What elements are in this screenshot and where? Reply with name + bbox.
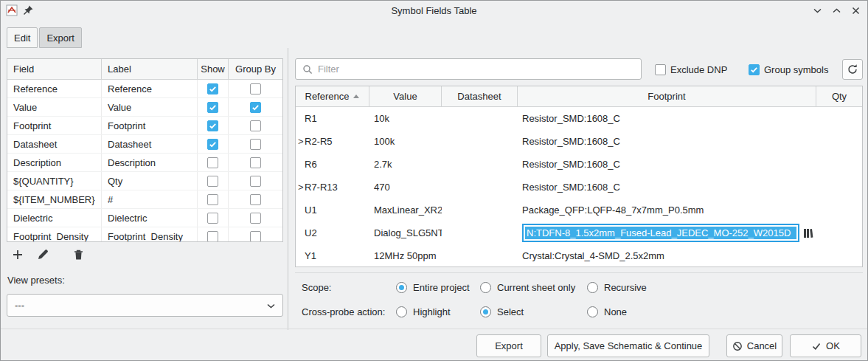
field-label-cell[interactable]: Datasheet [102, 135, 198, 153]
show-checkbox[interactable] [207, 157, 218, 168]
field-label-cell[interactable]: Reference [102, 80, 198, 97]
show-checkbox[interactable] [207, 194, 218, 205]
reference-cell[interactable]: R1 [296, 107, 369, 130]
footprint-cell[interactable]: Package_QFP:LQFP-48_7x7mm_P0.5mm [518, 199, 816, 221]
reference-cell[interactable]: U1 [296, 199, 369, 221]
field-label-cell[interactable]: Value [102, 98, 198, 116]
value-cell[interactable]: 2.7k [369, 153, 442, 176]
symbol-row[interactable]: >R7-R13470Resistor_SMD:1608_C [296, 176, 862, 199]
export-button[interactable]: Export [476, 334, 541, 357]
symbol-row[interactable]: >R2-R5100kResistor_SMD:1608_C [296, 130, 862, 153]
footprint-edit-field[interactable]: N:TDFN-8_1.5x2mm_Fused-Lead_JEDEC_MO-252… [522, 224, 799, 242]
reference-cell[interactable]: R6 [296, 153, 369, 176]
group-by-checkbox[interactable] [250, 157, 261, 168]
datasheet-cell[interactable] [442, 199, 518, 221]
value-cell[interactable]: 470 [369, 176, 442, 199]
value-cell[interactable]: 12MHz 50ppm [369, 244, 442, 267]
column-header-reference[interactable]: Reference [296, 86, 369, 106]
group-by-checkbox[interactable] [250, 83, 261, 94]
column-header-datasheet[interactable]: Datasheet [442, 86, 518, 106]
value-cell[interactable]: MaxLinear_XR2 [369, 199, 442, 221]
column-header-field[interactable]: Field [7, 59, 102, 79]
reference-cell[interactable]: U2 [296, 221, 369, 244]
field-name-cell[interactable]: ${ITEM_NUMBER} [7, 190, 102, 208]
reference-cell[interactable]: >R7-R13 [296, 176, 369, 199]
field-name-cell[interactable]: Datasheet [7, 135, 102, 153]
symbol-row[interactable]: U2Dialog_SLG5NTN:TDFN-8_1.5x2mm_Fused-Le… [296, 221, 862, 244]
cross-probe-option-highlight[interactable]: Highlight [396, 306, 451, 318]
datasheet-cell[interactable] [442, 130, 518, 153]
field-row[interactable]: ${ITEM_NUMBER}# [7, 190, 282, 209]
group-by-checkbox[interactable] [250, 176, 261, 187]
scope-option-recursive[interactable]: Recursive [587, 281, 647, 294]
reference-cell[interactable]: >R2-R5 [296, 130, 369, 153]
group-by-checkbox[interactable] [250, 213, 261, 224]
field-label-cell[interactable]: # [102, 190, 198, 208]
value-cell[interactable]: 100k [369, 130, 442, 153]
field-row[interactable]: FootprintFootprint [7, 117, 282, 135]
apply-save-continue-button[interactable]: Apply, Save Schematic & Continue [547, 334, 709, 357]
datasheet-cell[interactable] [442, 107, 518, 130]
field-row[interactable]: ValueValue [7, 98, 282, 117]
field-row[interactable]: ${QUANTITY}Qty [7, 172, 282, 190]
scope-option-current-sheet-only[interactable]: Current sheet only [480, 281, 575, 294]
reference-cell[interactable]: Y1 [296, 244, 369, 267]
column-header-footprint[interactable]: Footprint [518, 86, 816, 106]
symbol-row[interactable]: R110kResistor_SMD:1608_C [296, 107, 862, 130]
field-row[interactable]: DatasheetDatasheet [7, 135, 282, 154]
field-name-cell[interactable]: Value [7, 98, 102, 116]
field-row[interactable]: DescriptionDescription [7, 154, 282, 172]
exclude-dnp-checkbox[interactable]: Exclude DNP [655, 63, 727, 75]
column-header-qty[interactable]: Qty [816, 86, 862, 106]
group-by-checkbox[interactable] [250, 102, 261, 113]
show-checkbox[interactable] [207, 231, 218, 242]
field-name-cell[interactable]: Footprint [7, 117, 102, 134]
group-by-checkbox[interactable] [250, 120, 261, 131]
filter-input[interactable] [318, 63, 634, 75]
show-checkbox[interactable] [207, 83, 218, 94]
field-row[interactable]: ReferenceReference [7, 80, 282, 98]
column-header-label[interactable]: Label [102, 59, 198, 79]
datasheet-cell[interactable] [442, 221, 518, 244]
column-header-show[interactable]: Show [198, 59, 229, 79]
field-name-cell[interactable]: Footprint_Density [7, 227, 102, 242]
show-checkbox[interactable] [207, 213, 218, 224]
refresh-button[interactable] [842, 59, 863, 80]
footprint-cell[interactable]: Resistor_SMD:1608_C [518, 153, 816, 176]
field-row[interactable]: DielectricDielectric [7, 209, 282, 227]
group-by-checkbox[interactable] [250, 231, 261, 242]
field-label-cell[interactable]: Footprint_Density [102, 227, 198, 242]
edit-field-button[interactable] [33, 245, 52, 264]
field-label-cell[interactable]: Qty [102, 172, 198, 190]
add-field-button[interactable] [8, 245, 27, 264]
group-by-checkbox[interactable] [250, 194, 261, 205]
symbol-row[interactable]: Y112MHz 50ppmCrystal:Crystal_4-SMD_2.5x2… [296, 244, 862, 267]
show-checkbox[interactable] [207, 176, 218, 187]
field-name-cell[interactable]: Description [7, 154, 102, 171]
cross-probe-option-select[interactable]: Select [480, 306, 524, 318]
expander-icon[interactable]: > [298, 182, 305, 193]
footprint-cell[interactable]: Resistor_SMD:1608_C [518, 107, 816, 130]
field-name-cell[interactable]: Dielectric [7, 209, 102, 227]
field-row[interactable]: Footprint_DensityFootprint_Density [7, 227, 282, 242]
filter-field[interactable] [295, 58, 642, 80]
symbol-row[interactable]: R62.7kResistor_SMD:1608_C [296, 153, 862, 176]
show-checkbox[interactable] [207, 139, 218, 150]
shade-button[interactable] [813, 8, 822, 13]
titlebar[interactable]: Symbol Fields Table [1, 1, 867, 21]
value-cell[interactable]: Dialog_SLG5NT [369, 221, 442, 244]
show-checkbox[interactable] [207, 120, 218, 131]
datasheet-cell[interactable] [442, 176, 518, 199]
expander-icon[interactable]: > [298, 136, 305, 147]
value-cell[interactable]: 10k [369, 107, 442, 130]
cross-probe-option-none[interactable]: None [587, 306, 627, 318]
field-label-cell[interactable]: Dielectric [102, 209, 198, 227]
tab-edit[interactable]: Edit [7, 27, 38, 48]
cancel-button[interactable]: Cancel [726, 334, 782, 357]
scope-option-entire-project[interactable]: Entire project [396, 281, 470, 294]
field-label-cell[interactable]: Description [102, 154, 198, 171]
datasheet-cell[interactable] [442, 244, 518, 267]
ok-button[interactable]: OK [790, 334, 861, 357]
view-presets-select[interactable]: --- [7, 294, 283, 317]
field-name-cell[interactable]: Reference [7, 80, 102, 97]
